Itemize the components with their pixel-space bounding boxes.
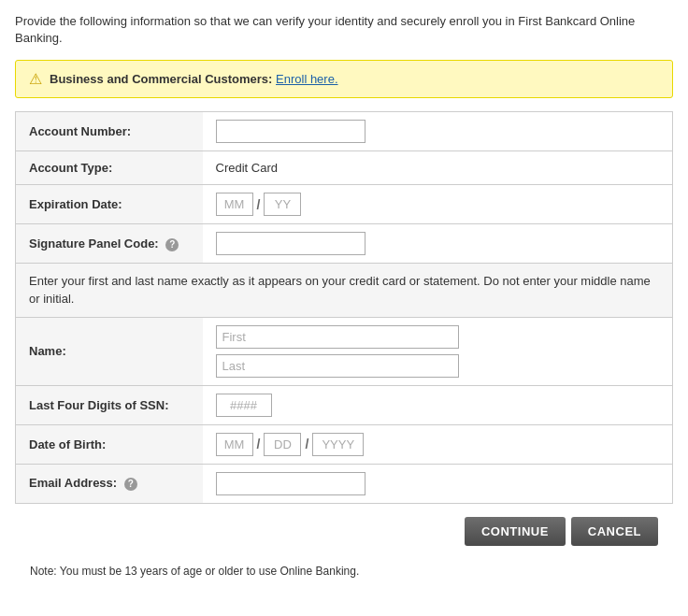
ssn-label: Last Four Digits of SSN: (16, 385, 203, 424)
email-value (203, 464, 673, 503)
warning-bold-text: Business and Commercial Customers: (50, 72, 272, 86)
exp-month-input[interactable] (216, 193, 253, 216)
account-number-value (203, 112, 673, 151)
exp-separator: / (257, 197, 261, 212)
name-container (216, 325, 660, 378)
email-help-icon[interactable]: ? (124, 478, 137, 491)
intro-text: Provide the following information so tha… (15, 13, 673, 47)
account-type-row: Account Type: Credit Card (16, 151, 673, 185)
ssn-input[interactable] (216, 394, 272, 417)
name-info-text: Enter your first and last name exactly a… (16, 264, 673, 317)
enrollment-form: Account Number: Account Type: Credit Car… (15, 111, 673, 503)
warning-icon: ⚠ (29, 70, 42, 88)
account-type-text: Credit Card (216, 161, 278, 175)
expiration-date-label: Expiration Date: (16, 185, 203, 224)
signature-panel-label: Signature Panel Code: ? (16, 224, 203, 264)
dob-label: Date of Birth: (16, 424, 203, 464)
exp-date-container: / (216, 193, 660, 216)
expiration-date-row: Expiration Date: / (16, 185, 673, 224)
dob-container: / / (216, 433, 660, 456)
dob-row: Date of Birth: / / (16, 424, 673, 464)
signature-panel-help-icon[interactable]: ? (165, 238, 179, 251)
enroll-here-link[interactable]: Enroll here. (276, 72, 337, 86)
account-number-row: Account Number: (16, 112, 673, 151)
dob-year-input[interactable] (312, 433, 364, 456)
email-label: Email Address: ? (16, 464, 203, 503)
name-info-row: Enter your first and last name exactly a… (16, 264, 673, 317)
exp-year-input[interactable] (264, 193, 301, 216)
email-row: Email Address: ? (16, 464, 673, 503)
account-number-input[interactable] (216, 120, 366, 143)
note-text: Note: You must be 13 years of age or old… (15, 559, 673, 591)
account-type-value: Credit Card (203, 151, 673, 185)
signature-panel-row: Signature Panel Code: ? (16, 224, 673, 264)
dob-separator-2: / (305, 437, 308, 451)
last-name-input[interactable] (216, 354, 459, 378)
dob-value: / / (203, 424, 673, 464)
name-label: Name: (16, 317, 203, 385)
name-value (203, 317, 673, 385)
first-name-input[interactable] (216, 325, 459, 349)
buttons-row: CONTINUE CANCEL (15, 504, 673, 559)
dob-day-input[interactable] (264, 433, 301, 456)
ssn-row: Last Four Digits of SSN: (16, 385, 673, 424)
cancel-button[interactable]: CANCEL (571, 517, 658, 546)
dob-month-input[interactable] (216, 433, 253, 456)
expiration-date-value: / (203, 185, 673, 224)
signature-panel-input[interactable] (216, 232, 366, 255)
account-type-label: Account Type: (16, 151, 203, 185)
email-input[interactable] (216, 472, 366, 495)
ssn-value (203, 385, 673, 424)
warning-banner: ⚠ Business and Commercial Customers: Enr… (15, 60, 673, 98)
continue-button[interactable]: CONTINUE (465, 517, 566, 546)
name-row: Name: (16, 317, 673, 385)
dob-separator-1: / (257, 437, 261, 451)
account-number-label: Account Number: (16, 112, 203, 151)
signature-panel-value (203, 224, 673, 264)
